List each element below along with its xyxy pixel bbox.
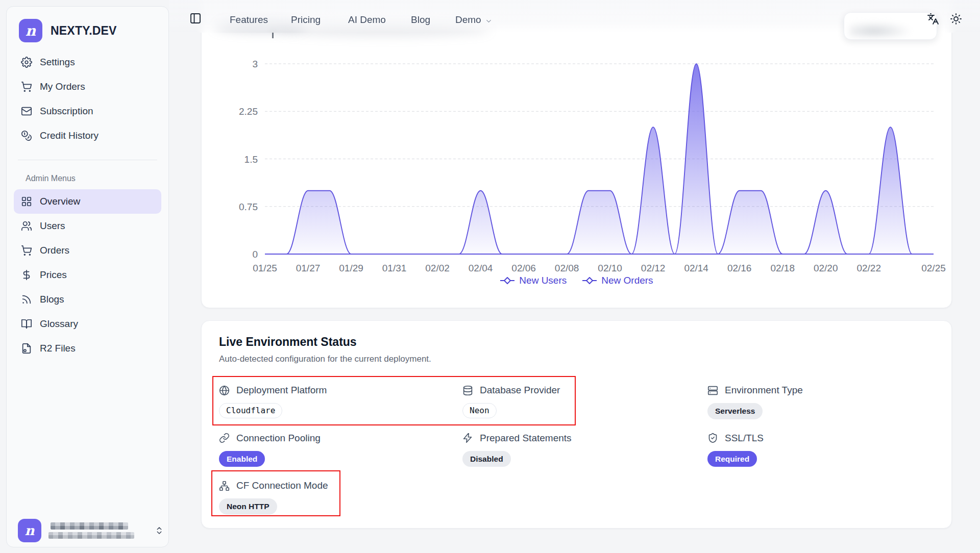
status-card-title: Live Environment Status	[219, 335, 934, 349]
shopping-cart-icon	[21, 245, 32, 256]
x-axis-label: 01/31	[382, 263, 407, 273]
status-label-text: Environment Type	[725, 385, 803, 396]
sidebar-item-credit-history[interactable]: Credit History	[14, 123, 161, 148]
x-axis-label: 02/18	[770, 263, 795, 273]
sidebar-admin-menu: OverviewUsersOrdersPricesBlogsGlossaryR2…	[14, 189, 161, 361]
status-cell-deployment-platform: Deployment PlatformCloudflare	[219, 385, 462, 419]
sidebar-section-label: Admin Menus	[26, 174, 76, 183]
sidebar: n NEXTY.DEV SettingsMy OrdersSubscriptio…	[6, 6, 169, 547]
nav-link-ai-demo[interactable]: AI Demo	[346, 11, 388, 29]
x-axis-label: 02/10	[598, 263, 622, 273]
nav-link-features[interactable]: Features	[228, 11, 270, 29]
x-axis-label: 01/29	[339, 263, 363, 273]
app-root: n NEXTY.DEV SettingsMy OrdersSubscriptio…	[0, 0, 980, 553]
redacted-username	[51, 522, 128, 530]
sidebar-item-users[interactable]: Users	[14, 214, 161, 238]
server-icon	[707, 385, 718, 396]
brand-logo-icon: n	[19, 19, 42, 42]
legend-item-new-users: New Users	[500, 275, 567, 286]
brand-block[interactable]: n NEXTY.DEV	[19, 19, 117, 42]
sidebar-item-subscription[interactable]: Subscription	[14, 99, 161, 123]
y-axis-label: 3	[252, 59, 258, 69]
sidebar-divider	[18, 160, 157, 160]
sidebar-item-settings[interactable]: Settings	[14, 50, 161, 74]
sidebar-item-overview[interactable]: Overview	[14, 189, 161, 214]
status-grid: Deployment PlatformCloudflareDatabase Pr…	[219, 385, 934, 515]
blurred-select-button[interactable]	[844, 12, 937, 40]
status-label-text: Prepared Statements	[480, 433, 572, 444]
sidebar-item-label: Subscription	[40, 106, 93, 117]
status-value-badge: Disabled	[462, 451, 511, 467]
coins-icon	[21, 130, 32, 141]
sidebar-item-label: Credit History	[40, 130, 99, 141]
chevrons-up-down-icon	[155, 526, 164, 535]
users-icon	[21, 220, 32, 232]
status-value-badge: Serverless	[707, 403, 763, 419]
redacted-email	[48, 532, 134, 539]
layout-grid-icon	[21, 196, 32, 207]
dollar-icon	[21, 269, 32, 281]
status-label-text: Deployment Platform	[236, 385, 327, 396]
legend-marker-icon	[582, 277, 597, 284]
status-label: Database Provider	[462, 385, 560, 396]
nav-link-pricing[interactable]: Pricing	[289, 11, 323, 29]
rss-icon	[21, 294, 32, 305]
status-label: Deployment Platform	[219, 385, 327, 396]
sun-icon	[950, 13, 962, 25]
globe-icon	[219, 385, 230, 396]
sidebar-item-label: Blogs	[40, 294, 64, 305]
x-axis-label: 02/04	[469, 263, 493, 273]
shopping-cart-icon	[21, 81, 32, 92]
sidebar-item-orders[interactable]: Orders	[14, 238, 161, 263]
status-value-badge: Required	[707, 451, 757, 467]
x-axis-label: 02/02	[425, 263, 450, 273]
sidebar-toggle-button[interactable]	[189, 12, 203, 26]
sidebar-item-my-orders[interactable]: My Orders	[14, 74, 161, 99]
status-cell-environment-type: Environment TypeServerless	[707, 385, 934, 419]
language-button[interactable]	[927, 13, 940, 26]
user-menu-button[interactable]: n	[18, 515, 164, 546]
chart-legend: New UsersNew Orders	[202, 275, 951, 286]
status-cell-prepared-statements: Prepared StatementsDisabled	[462, 433, 707, 467]
sidebar-item-blogs[interactable]: Blogs	[14, 287, 161, 312]
status-cell-connection-pooling: Connection PoolingEnabled	[219, 433, 462, 467]
sidebar-item-glossary[interactable]: Glossary	[14, 312, 161, 336]
sidebar-item-r2-files[interactable]: R2 Files	[14, 336, 161, 361]
gear-icon	[21, 57, 32, 68]
x-axis-label: 02/06	[511, 263, 536, 273]
status-label-text: Database Provider	[480, 385, 560, 396]
status-cell-database-provider: Database ProviderNeon	[462, 385, 707, 419]
panel-left-icon	[189, 12, 202, 24]
legend-marker-icon	[500, 277, 515, 284]
zap-icon	[462, 433, 473, 443]
status-label: Connection Pooling	[219, 433, 321, 444]
status-label-text: SSL/TLS	[725, 433, 764, 444]
book-open-icon	[21, 318, 32, 330]
sidebar-item-label: Overview	[40, 196, 80, 207]
status-card-subtitle: Auto-detected configuration for the curr…	[219, 354, 934, 364]
new-users-area	[265, 64, 934, 254]
x-axis-label: 01/27	[296, 263, 321, 273]
nav-dropdown-demo[interactable]: Demo	[453, 11, 495, 29]
theme-toggle-button[interactable]	[950, 13, 963, 26]
x-axis-label: 02/25	[921, 263, 946, 273]
status-value-badge: Enabled	[219, 451, 265, 467]
status-value-badge: Neon HTTP	[219, 498, 277, 515]
sidebar-item-prices[interactable]: Prices	[14, 263, 161, 287]
language-icon	[927, 13, 939, 25]
nav-link-blog[interactable]: Blog	[409, 11, 432, 29]
mail-icon	[21, 106, 32, 117]
file-circle-icon	[21, 343, 32, 354]
y-axis-label: 1.5	[244, 154, 258, 165]
status-label: Prepared Statements	[462, 433, 572, 444]
activity-chart-card: 00.751.52.25301/2501/2701/2901/3102/0202…	[201, 0, 952, 308]
legend-item-new-orders: New Orders	[582, 275, 653, 286]
legend-label: New Users	[519, 275, 567, 286]
x-axis-label: 02/12	[641, 263, 666, 273]
area-chart: 00.751.52.25301/2501/2701/2901/3102/0202…	[205, 26, 947, 281]
redacted-select-content	[849, 22, 911, 37]
network-icon	[219, 481, 230, 491]
y-axis-label: 0	[252, 249, 258, 260]
sidebar-item-label: My Orders	[40, 81, 85, 92]
status-cell-cf-connection-mode: CF Connection ModeNeon HTTP	[219, 480, 462, 515]
